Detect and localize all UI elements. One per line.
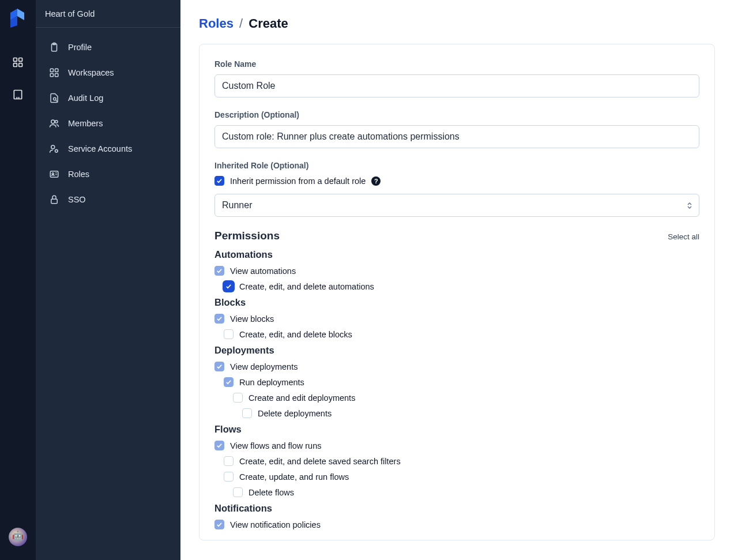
breadcrumb-parent-link[interactable]: Roles xyxy=(199,16,234,31)
perm-checkbox[interactable] xyxy=(224,329,234,339)
breadcrumb-separator: / xyxy=(239,16,243,31)
rail-organization-icon[interactable] xyxy=(7,84,28,105)
sidebar-item-profile[interactable]: Profile xyxy=(36,35,180,60)
svg-point-24 xyxy=(51,145,55,149)
svg-point-23 xyxy=(55,121,58,123)
perm-label: View blocks xyxy=(230,314,274,324)
perm-checkbox[interactable] xyxy=(233,487,243,497)
breadcrumb-current: Create xyxy=(248,16,288,31)
perm-label: Run deployments xyxy=(239,378,304,387)
svg-point-27 xyxy=(52,173,54,175)
select-all-link[interactable]: Select all xyxy=(668,232,699,241)
gear-user-icon xyxy=(48,143,60,155)
sidebar-item-workspaces[interactable]: Workspaces xyxy=(36,60,180,85)
permissions-groups: AutomationsView automationsCreate, edit,… xyxy=(214,249,699,529)
help-icon[interactable]: ? xyxy=(371,176,381,186)
perm-item: Create, edit, and delete blocks xyxy=(214,329,699,339)
perm-item: View automations xyxy=(214,266,699,276)
perm-item: View blocks xyxy=(214,314,699,324)
main-content: Roles / Create Role Name Description (Op… xyxy=(180,0,738,560)
id-card-icon xyxy=(48,168,60,180)
sidebar-item-members[interactable]: Members xyxy=(36,111,180,136)
rail-workspaces-icon[interactable] xyxy=(7,52,28,73)
perm-item: Create and edit deployments xyxy=(214,393,699,403)
perm-item: Create, edit, and delete automations xyxy=(214,281,699,291)
inherit-checkbox-label: Inherit permission from a default role xyxy=(230,176,366,186)
inherited-role-value: Runner xyxy=(222,200,252,211)
perm-group-title: Automations xyxy=(214,249,699,260)
svg-point-20 xyxy=(54,97,57,100)
perm-checkbox[interactable] xyxy=(214,520,224,529)
users-icon xyxy=(48,118,60,129)
perm-group-title: Deployments xyxy=(214,345,699,356)
form-card: Role Name Description (Optional) Inherit… xyxy=(199,44,715,540)
svg-rect-16 xyxy=(50,69,53,72)
perm-checkbox[interactable] xyxy=(224,472,234,482)
role-name-label: Role Name xyxy=(214,59,699,69)
perm-item: Run deployments xyxy=(214,377,699,387)
svg-rect-19 xyxy=(55,74,58,77)
sidebar: Heart of Gold ProfileWorkspacesAudit Log… xyxy=(36,0,180,560)
nav-rail xyxy=(0,0,36,560)
grid-icon xyxy=(48,67,60,78)
svg-rect-4 xyxy=(19,58,22,62)
sidebar-item-roles[interactable]: Roles xyxy=(36,161,180,187)
perm-checkbox[interactable] xyxy=(214,362,224,371)
sidebar-list: ProfileWorkspacesAudit LogMembersService… xyxy=(36,28,180,219)
perm-item: Delete deployments xyxy=(214,408,699,418)
sidebar-item-label: Audit Log xyxy=(68,93,103,103)
sidebar-item-audit-log[interactable]: Audit Log xyxy=(36,85,180,111)
sidebar-item-label: SSO xyxy=(68,195,86,204)
perm-group-title: Notifications xyxy=(214,503,699,514)
perm-label: Delete flows xyxy=(248,488,294,497)
lock-icon xyxy=(48,194,60,205)
perm-checkbox[interactable] xyxy=(214,266,224,276)
inherit-checkbox-row: Inherit permission from a default role ? xyxy=(214,176,699,186)
sidebar-item-sso[interactable]: SSO xyxy=(36,187,180,212)
perm-label: View deployments xyxy=(230,362,298,371)
perm-group-title: Flows xyxy=(214,424,699,435)
sidebar-item-service-accounts[interactable]: Service Accounts xyxy=(36,136,180,161)
select-caret-icon xyxy=(687,202,692,209)
svg-point-25 xyxy=(55,150,58,153)
svg-rect-6 xyxy=(19,63,22,67)
svg-point-22 xyxy=(51,120,55,123)
perm-checkbox[interactable] xyxy=(224,456,234,466)
svg-rect-30 xyxy=(51,199,58,204)
role-name-input[interactable] xyxy=(214,74,699,97)
sidebar-item-label: Workspaces xyxy=(68,68,114,77)
inherit-checkbox[interactable] xyxy=(214,176,224,186)
perm-label: Create, edit, and delete saved search fi… xyxy=(239,457,401,466)
perm-checkbox[interactable] xyxy=(242,408,252,418)
svg-rect-17 xyxy=(55,69,58,72)
perm-label: Create, edit, and delete automations xyxy=(239,282,374,291)
sidebar-item-label: Service Accounts xyxy=(68,144,132,153)
perm-checkbox[interactable] xyxy=(233,393,243,403)
svg-rect-26 xyxy=(50,171,58,178)
svg-marker-1 xyxy=(17,9,24,20)
inherited-role-select[interactable]: Runner xyxy=(214,194,699,217)
audit-icon xyxy=(48,92,60,104)
perm-item: View deployments xyxy=(214,362,699,371)
user-avatar[interactable] xyxy=(9,528,27,546)
perm-label: Delete deployments xyxy=(258,409,332,418)
perm-label: Create, edit, and delete blocks xyxy=(239,330,352,339)
svg-rect-5 xyxy=(14,63,17,67)
perm-label: View flows and flow runs xyxy=(230,441,322,450)
perm-checkbox[interactable] xyxy=(214,441,224,450)
app-logo[interactable] xyxy=(9,8,27,31)
perm-checkbox[interactable] xyxy=(224,377,234,387)
perm-label: View notification policies xyxy=(230,520,321,529)
perm-label: Create, update, and run flows xyxy=(239,472,349,482)
perm-item: View notification policies xyxy=(214,520,699,529)
perm-item: Create, edit, and delete saved search fi… xyxy=(214,456,699,466)
svg-line-21 xyxy=(56,100,57,102)
perm-item: Create, update, and run flows xyxy=(214,472,699,482)
workspace-name[interactable]: Heart of Gold xyxy=(36,0,180,28)
perm-checkbox[interactable] xyxy=(224,281,234,291)
perm-checkbox[interactable] xyxy=(214,314,224,324)
sidebar-item-label: Roles xyxy=(68,170,89,179)
svg-rect-7 xyxy=(14,91,21,99)
perm-label: Create and edit deployments xyxy=(248,393,355,403)
description-input[interactable] xyxy=(214,125,699,148)
